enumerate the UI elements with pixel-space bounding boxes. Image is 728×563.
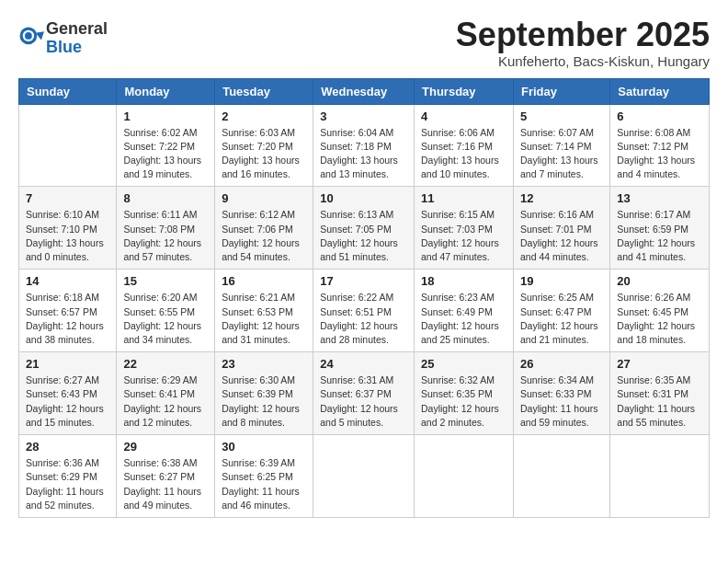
title-area: September 2025 Kunfeherto, Bacs-Kiskun, …	[456, 17, 710, 69]
calendar-cell	[313, 435, 415, 518]
day-info: Sunrise: 6:20 AM Sunset: 6:55 PM Dayligh…	[123, 291, 208, 347]
location-title: Kunfeherto, Bacs-Kiskun, Hungary	[456, 53, 710, 69]
calendar-cell: 15Sunrise: 6:20 AM Sunset: 6:55 PM Dayli…	[117, 270, 215, 352]
day-info: Sunrise: 6:15 AM Sunset: 7:03 PM Dayligh…	[421, 208, 506, 264]
calendar-cell: 20Sunrise: 6:26 AM Sunset: 6:45 PM Dayli…	[610, 270, 710, 352]
calendar-cell: 18Sunrise: 6:23 AM Sunset: 6:49 PM Dayli…	[415, 270, 514, 352]
calendar-cell: 2Sunrise: 6:03 AM Sunset: 7:20 PM Daylig…	[215, 104, 313, 187]
day-info: Sunrise: 6:13 AM Sunset: 7:05 PM Dayligh…	[320, 208, 407, 264]
calendar-cell	[513, 435, 609, 518]
weekday-header-cell: Friday	[513, 78, 609, 104]
day-number: 2	[222, 109, 306, 123]
svg-point-2	[25, 32, 32, 40]
day-number: 15	[123, 274, 208, 288]
day-info: Sunrise: 6:10 AM Sunset: 7:10 PM Dayligh…	[26, 208, 109, 264]
day-number: 6	[617, 109, 702, 123]
day-number: 10	[320, 191, 407, 205]
calendar-row: 14Sunrise: 6:18 AM Sunset: 6:57 PM Dayli…	[19, 270, 710, 352]
day-info: Sunrise: 6:30 AM Sunset: 6:39 PM Dayligh…	[222, 373, 306, 430]
calendar-cell: 26Sunrise: 6:34 AM Sunset: 6:33 PM Dayli…	[513, 352, 609, 435]
calendar-cell: 9Sunrise: 6:12 AM Sunset: 7:06 PM Daylig…	[215, 187, 313, 270]
calendar-cell: 11Sunrise: 6:15 AM Sunset: 7:03 PM Dayli…	[415, 187, 514, 270]
day-number: 1	[123, 109, 208, 123]
month-title: September 2025	[456, 17, 710, 53]
calendar-row: 1Sunrise: 6:02 AM Sunset: 7:22 PM Daylig…	[19, 104, 710, 187]
day-number: 24	[320, 357, 407, 371]
logo: General Blue	[18, 20, 108, 57]
day-number: 11	[421, 191, 506, 205]
day-number: 8	[123, 191, 208, 205]
day-info: Sunrise: 6:17 AM Sunset: 6:59 PM Dayligh…	[617, 208, 702, 264]
weekday-header-cell: Saturday	[610, 78, 710, 104]
day-info: Sunrise: 6:31 AM Sunset: 6:37 PM Dayligh…	[320, 373, 407, 430]
day-number: 9	[222, 191, 306, 205]
day-info: Sunrise: 6:22 AM Sunset: 6:51 PM Dayligh…	[320, 291, 407, 347]
day-number: 3	[320, 109, 407, 123]
day-number: 25	[421, 357, 506, 371]
calendar-cell: 30Sunrise: 6:39 AM Sunset: 6:25 PM Dayli…	[215, 435, 313, 518]
calendar-cell: 19Sunrise: 6:25 AM Sunset: 6:47 PM Dayli…	[513, 270, 609, 352]
weekday-header-cell: Monday	[117, 78, 215, 104]
day-info: Sunrise: 6:11 AM Sunset: 7:08 PM Dayligh…	[123, 208, 208, 264]
calendar-row: 7Sunrise: 6:10 AM Sunset: 7:10 PM Daylig…	[19, 187, 710, 270]
calendar-cell: 4Sunrise: 6:06 AM Sunset: 7:16 PM Daylig…	[415, 104, 514, 187]
weekday-header-row: SundayMondayTuesdayWednesdayThursdayFrid…	[19, 78, 710, 104]
calendar-cell	[415, 435, 514, 518]
day-number: 7	[26, 191, 109, 205]
day-info: Sunrise: 6:16 AM Sunset: 7:01 PM Dayligh…	[520, 208, 603, 264]
day-info: Sunrise: 6:39 AM Sunset: 6:25 PM Dayligh…	[222, 456, 306, 512]
calendar-cell: 7Sunrise: 6:10 AM Sunset: 7:10 PM Daylig…	[19, 187, 117, 270]
day-info: Sunrise: 6:03 AM Sunset: 7:20 PM Dayligh…	[222, 126, 306, 182]
calendar-cell: 1Sunrise: 6:02 AM Sunset: 7:22 PM Daylig…	[117, 104, 215, 187]
weekday-header-cell: Thursday	[415, 78, 514, 104]
day-info: Sunrise: 6:32 AM Sunset: 6:35 PM Dayligh…	[421, 373, 506, 430]
day-number: 14	[26, 274, 109, 288]
weekday-header-cell: Tuesday	[215, 78, 313, 104]
day-info: Sunrise: 6:29 AM Sunset: 6:41 PM Dayligh…	[123, 373, 208, 430]
day-number: 28	[26, 440, 109, 454]
day-info: Sunrise: 6:23 AM Sunset: 6:49 PM Dayligh…	[421, 291, 506, 347]
day-info: Sunrise: 6:25 AM Sunset: 6:47 PM Dayligh…	[520, 291, 603, 347]
calendar-cell: 14Sunrise: 6:18 AM Sunset: 6:57 PM Dayli…	[19, 270, 117, 352]
logo-text: General Blue	[46, 20, 108, 57]
calendar-cell	[610, 435, 710, 518]
day-info: Sunrise: 6:02 AM Sunset: 7:22 PM Dayligh…	[123, 126, 208, 182]
calendar-cell: 8Sunrise: 6:11 AM Sunset: 7:08 PM Daylig…	[117, 187, 215, 270]
calendar-cell: 23Sunrise: 6:30 AM Sunset: 6:39 PM Dayli…	[215, 352, 313, 435]
day-info: Sunrise: 6:18 AM Sunset: 6:57 PM Dayligh…	[26, 291, 109, 347]
calendar-cell: 24Sunrise: 6:31 AM Sunset: 6:37 PM Dayli…	[313, 352, 415, 435]
day-number: 16	[222, 274, 306, 288]
calendar-cell: 28Sunrise: 6:36 AM Sunset: 6:29 PM Dayli…	[19, 435, 117, 518]
header: General Blue September 2025 Kunfeherto, …	[18, 17, 710, 69]
day-number: 18	[421, 274, 506, 288]
calendar-table: SundayMondayTuesdayWednesdayThursdayFrid…	[18, 78, 710, 518]
day-info: Sunrise: 6:12 AM Sunset: 7:06 PM Dayligh…	[222, 208, 306, 264]
calendar-cell	[19, 104, 117, 187]
day-info: Sunrise: 6:27 AM Sunset: 6:43 PM Dayligh…	[26, 373, 109, 430]
logo-icon	[18, 26, 44, 52]
day-number: 21	[26, 357, 109, 371]
day-info: Sunrise: 6:21 AM Sunset: 6:53 PM Dayligh…	[222, 291, 306, 347]
calendar-cell: 21Sunrise: 6:27 AM Sunset: 6:43 PM Dayli…	[19, 352, 117, 435]
day-info: Sunrise: 6:04 AM Sunset: 7:18 PM Dayligh…	[320, 126, 407, 182]
calendar-cell: 5Sunrise: 6:07 AM Sunset: 7:14 PM Daylig…	[513, 104, 609, 187]
calendar-body: 1Sunrise: 6:02 AM Sunset: 7:22 PM Daylig…	[19, 104, 710, 517]
day-number: 29	[123, 440, 208, 454]
day-info: Sunrise: 6:07 AM Sunset: 7:14 PM Dayligh…	[520, 126, 603, 182]
calendar-cell: 16Sunrise: 6:21 AM Sunset: 6:53 PM Dayli…	[215, 270, 313, 352]
calendar-row: 21Sunrise: 6:27 AM Sunset: 6:43 PM Dayli…	[19, 352, 710, 435]
day-number: 5	[520, 109, 603, 123]
calendar-cell: 6Sunrise: 6:08 AM Sunset: 7:12 PM Daylig…	[610, 104, 710, 187]
day-number: 4	[421, 109, 506, 123]
day-number: 17	[320, 274, 407, 288]
calendar-cell: 22Sunrise: 6:29 AM Sunset: 6:41 PM Dayli…	[117, 352, 215, 435]
calendar-cell: 29Sunrise: 6:38 AM Sunset: 6:27 PM Dayli…	[117, 435, 215, 518]
calendar-cell: 12Sunrise: 6:16 AM Sunset: 7:01 PM Dayli…	[513, 187, 609, 270]
calendar-cell: 13Sunrise: 6:17 AM Sunset: 6:59 PM Dayli…	[610, 187, 710, 270]
calendar-cell: 3Sunrise: 6:04 AM Sunset: 7:18 PM Daylig…	[313, 104, 415, 187]
day-info: Sunrise: 6:26 AM Sunset: 6:45 PM Dayligh…	[617, 291, 702, 347]
day-info: Sunrise: 6:06 AM Sunset: 7:16 PM Dayligh…	[421, 126, 506, 182]
weekday-header-cell: Sunday	[19, 78, 117, 104]
calendar-row: 28Sunrise: 6:36 AM Sunset: 6:29 PM Dayli…	[19, 435, 710, 518]
day-number: 22	[123, 357, 208, 371]
